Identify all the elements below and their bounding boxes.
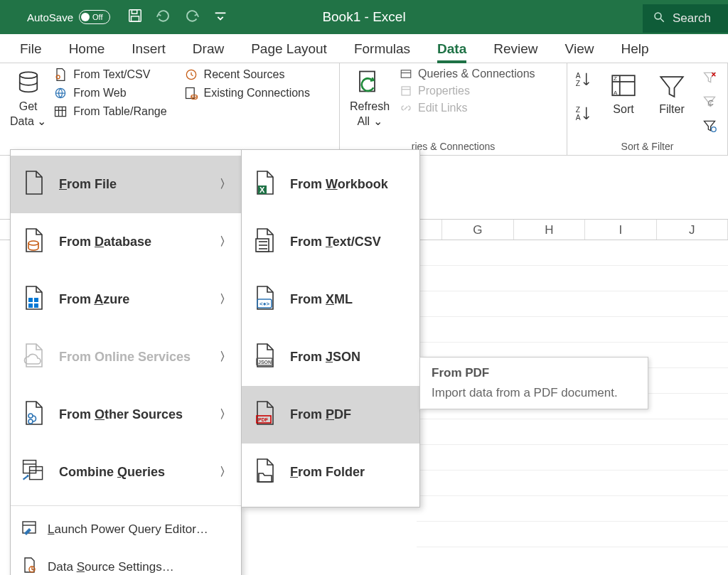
menu-item-from-azure[interactable]: From Azure〉 [11, 271, 241, 328]
undo-icon[interactable] [156, 8, 171, 26]
svg-rect-19 [402, 87, 410, 95]
folder-icon [252, 456, 277, 488]
col-header[interactable]: H [514, 220, 585, 240]
chevron-right-icon: 〉 [220, 407, 231, 422]
tab-home[interactable]: Home [69, 41, 105, 57]
group-label-sort: Sort & Filter [574, 139, 720, 152]
svg-text:A: A [614, 90, 618, 96]
wb-icon: X [252, 168, 277, 200]
from-web-button[interactable]: From Web [53, 86, 166, 100]
recent-sources-button[interactable]: Recent Sources [184, 68, 310, 82]
ribbon: Get Data ⌄ From Text/CSV From Web From T… [0, 63, 728, 156]
svg-rect-17 [401, 70, 411, 78]
menu-item-launch-power-query-editor-[interactable]: Launch Power Query Editor… [11, 510, 241, 548]
window-title: Book1 - Excel [322, 9, 405, 25]
svg-rect-34 [28, 298, 33, 302]
submenu-item-from-pdf[interactable]: PDFFrom PDF [242, 386, 419, 444]
sort-asc-icon[interactable]: AZ [574, 70, 593, 92]
reapply-icon[interactable] [702, 95, 717, 112]
tab-help[interactable]: Help [621, 41, 648, 57]
menu-item-label: From JSON [290, 350, 360, 365]
svg-text:Z: Z [576, 106, 580, 114]
col-header[interactable]: I [585, 220, 656, 240]
group-queries-connections: Refresh All ⌄ Queries & Connections Prop… [340, 63, 567, 155]
menu-item-label: From XML [290, 292, 353, 307]
from-table-range-button[interactable]: From Table/Range [53, 104, 166, 119]
queries-connections-button[interactable]: Queries & Connections [400, 68, 535, 80]
chevron-right-icon: 〉 [220, 292, 231, 307]
quick-access-toolbar [127, 8, 228, 26]
tab-view[interactable]: View [565, 41, 594, 57]
submenu-item-from-json[interactable]: JSONFrom JSON [242, 328, 419, 386]
menu-item-from-online-services: From Online Services〉 [11, 328, 241, 386]
submenu-item-from-workbook[interactable]: XFrom Workbook [242, 156, 419, 213]
tooltip-title: From PDF [432, 366, 636, 380]
tab-formulas[interactable]: Formulas [354, 41, 410, 57]
search-box[interactable]: Search [643, 4, 728, 33]
svg-text:JSON: JSON [258, 360, 272, 365]
tab-data[interactable]: Data [437, 41, 466, 57]
menu-item-from-file[interactable]: From File〉 [11, 156, 241, 213]
tab-insert[interactable]: Insert [132, 41, 166, 57]
get-data-button[interactable]: Get Data ⌄ [7, 68, 49, 129]
azure-icon [21, 284, 46, 316]
get-data-label2: Data [10, 115, 34, 127]
combine-icon [21, 456, 46, 488]
menu-item-label: From Database [59, 235, 151, 249]
col-header[interactable]: G [442, 220, 513, 240]
clear-filter-icon[interactable] [702, 70, 717, 87]
tab-page-layout[interactable]: Page Layout [251, 41, 327, 57]
svg-point-38 [28, 414, 33, 418]
chevron-down-icon: ⌄ [37, 115, 46, 127]
chevron-right-icon: 〉 [220, 235, 231, 249]
tab-file[interactable]: File [20, 41, 42, 57]
from-text-csv-button[interactable]: From Text/CSV [53, 68, 166, 82]
ribbon-tabs: File Home Insert Draw Page Layout Formul… [0, 34, 728, 63]
get-data-items-col1: From Text/CSV From Web From Table/Range [53, 68, 166, 129]
menu-item-data-source-settings-[interactable]: Data Source Settings… [11, 548, 241, 575]
csv-icon [252, 226, 277, 258]
refresh-all-button[interactable]: Refresh All ⌄ [347, 68, 392, 129]
redo-icon[interactable] [184, 8, 200, 26]
svg-rect-2 [132, 16, 139, 21]
menu-item-from-other-sources[interactable]: From Other Sources〉 [11, 386, 241, 444]
xml-icon: <●> [252, 284, 277, 316]
menu-item-label: From Folder [290, 465, 365, 480]
other-icon [21, 399, 46, 431]
submenu-item-from-text-csv[interactable]: From Text/CSV [242, 213, 419, 271]
dss-icon [21, 557, 38, 575]
menu-item-combine-queries[interactable]: Combine Queries〉 [11, 444, 241, 501]
chevron-right-icon: 〉 [220, 350, 231, 365]
autosave-control[interactable]: AutoSave Off [27, 10, 110, 24]
svg-rect-35 [34, 298, 38, 302]
svg-point-32 [712, 127, 717, 132]
submenu-item-from-xml[interactable]: <●>From XML [242, 271, 419, 328]
tab-draw[interactable]: Draw [193, 41, 224, 57]
chevron-right-icon: 〉 [220, 177, 231, 192]
sort-desc-icon[interactable]: ZA [574, 104, 593, 126]
customize-qat-icon[interactable] [213, 8, 228, 26]
from-file-submenu: XFrom WorkbookFrom Text/CSV<●>From XMLJS… [241, 149, 420, 507]
tab-review[interactable]: Review [493, 41, 537, 57]
autosave-state: Off [92, 13, 102, 21]
properties-button: Properties [400, 85, 535, 97]
autosave-label: AutoSave [27, 11, 73, 23]
save-icon[interactable] [127, 8, 143, 26]
db-icon [21, 226, 46, 258]
autosave-toggle[interactable]: Off [79, 10, 110, 24]
col-header[interactable]: J [657, 220, 728, 240]
advanced-filter-icon[interactable] [702, 119, 717, 136]
filter-button[interactable]: Filter [654, 70, 690, 117]
svg-point-6 [19, 72, 37, 78]
menu-item-label: From Text/CSV [290, 235, 381, 249]
menu-item-label: From Other Sources [59, 407, 183, 422]
group-get-transform: Get Data ⌄ From Text/CSV From Web From T… [0, 63, 340, 155]
group-sort-filter: AZ ZA ZA Sort Filter Sort & Filter [567, 63, 728, 155]
existing-connections-button[interactable]: Existing Connections [184, 86, 310, 100]
svg-text:Z: Z [614, 75, 617, 82]
submenu-item-from-folder[interactable]: From Folder [242, 444, 419, 501]
pdf-icon: PDF [252, 399, 277, 431]
menu-item-from-database[interactable]: From Database〉 [11, 213, 241, 271]
sort-button[interactable]: ZA Sort [606, 70, 641, 117]
svg-text:A: A [576, 72, 581, 80]
